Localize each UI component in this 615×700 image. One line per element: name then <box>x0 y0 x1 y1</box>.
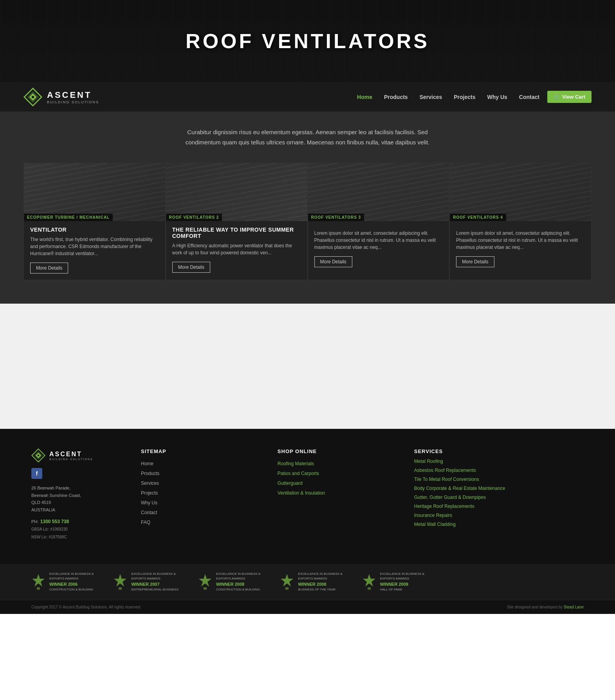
footer-sitemap-contact[interactable]: Contact <box>141 510 157 515</box>
footer-svc-cladding[interactable]: Metal Wall Cladding <box>414 520 584 527</box>
svg-rect-11 <box>119 587 122 590</box>
nav-link-home[interactable]: Home <box>357 94 372 100</box>
footer-shop-gutterguard[interactable]: Gutterguard <box>278 479 391 486</box>
designed-by-text: Site designed and developed by Stead Lan… <box>507 605 584 609</box>
content-section: Curabitur dignissim risus eu elementum e… <box>0 112 615 304</box>
footer-logo-col: ASCENT BUILDING SOLUTIONS f 26 Beerwah P… <box>31 448 117 540</box>
card-tag-2: ROOF VENTILATORS 2 <box>166 214 222 221</box>
award-item-3: EXCELLENCE IN BUSINESS & EXPORTS AWARDS … <box>198 572 260 592</box>
footer-services-title: SERVICES <box>414 448 584 454</box>
footer-svc-link-insurance[interactable]: Insurance Repairs <box>414 513 452 518</box>
footer-shop-link-roofing[interactable]: Roofing Materials <box>278 461 314 466</box>
footer-link-whyus[interactable]: Why Us <box>141 499 254 506</box>
footer-svc-link-tile[interactable]: Tile To Metal Roof Conversions <box>414 477 479 482</box>
award-icon-4 <box>280 573 294 590</box>
footer-svc-link-body[interactable]: Body Corporate & Real Estate Maintenance <box>414 486 505 491</box>
cart-label: View Cart <box>562 94 585 100</box>
footer-link-faq[interactable]: FAQ <box>141 518 254 525</box>
footer-services-col: SERVICES Metal Roofing Asbestos Roof Rep… <box>414 448 584 540</box>
logo-icon <box>23 88 42 106</box>
footer-link-contact[interactable]: Contact <box>141 509 254 516</box>
card-image-decoration-4 <box>450 163 591 221</box>
card-body-4: Lorem ipsum dolor sit amet, consectetur … <box>450 221 591 274</box>
logo-area: ASCENT BUILDING SOLUTIONS <box>23 88 99 106</box>
footer-sitemap-services[interactable]: Services <box>141 480 159 486</box>
footer-shop-title: SHOP ONLINE <box>278 448 391 454</box>
footer-sitemap-faq[interactable]: FAQ <box>141 520 150 525</box>
bottom-bar: Copyright 2017 © Ascent Building Solutio… <box>0 600 615 614</box>
award-text-1: EXCELLENCE IN BUSINESS & EXPORTS AWARDS … <box>49 572 94 592</box>
footer-svc-link-heritage[interactable]: Heritage Roof Replacements <box>414 504 474 509</box>
footer: ASCENT BUILDING SOLUTIONS f 26 Beerwah P… <box>0 429 615 564</box>
footer-svc-heritage[interactable]: Heritage Roof Replacements <box>414 502 584 509</box>
nav-link-products[interactable]: Products <box>384 94 408 100</box>
svg-rect-13 <box>204 587 207 590</box>
footer-svc-link-cladding[interactable]: Metal Wall Cladding <box>414 522 456 527</box>
cart-icon: 🛒 <box>554 94 560 100</box>
more-details-button-1[interactable]: More Details <box>30 263 68 274</box>
nav-item-whyus[interactable]: Why Us <box>487 94 507 101</box>
nav-link-projects[interactable]: Projects <box>454 94 475 100</box>
hero-title: ROOF VENTILATORS <box>186 29 429 53</box>
footer-svc-tile[interactable]: Tile To Metal Roof Conversions <box>414 475 584 482</box>
footer-svc-link-metal[interactable]: Metal Roofing <box>414 459 443 464</box>
footer-link-products[interactable]: Products <box>141 470 254 477</box>
footer-link-home[interactable]: Home <box>141 460 254 467</box>
award-trophy-2 <box>113 573 127 590</box>
product-card-3: ROOF VENTILATORS 3 Lorem ipsum dolor sit… <box>308 163 450 280</box>
nav-item-services[interactable]: Services <box>420 94 442 101</box>
footer-address: 26 Beerwah Parade,Beerwah Sunshine Coast… <box>31 484 117 514</box>
nav-link-contact[interactable]: Contact <box>519 94 539 100</box>
svg-marker-12 <box>199 574 211 587</box>
view-cart-button[interactable]: 🛒 View Cart <box>547 91 592 103</box>
footer-sitemap-whyus[interactable]: Why Us <box>141 500 157 506</box>
footer-shop-link-patios[interactable]: Patios and Carports <box>278 471 319 476</box>
award-icon-2 <box>113 573 127 590</box>
logo-name: ASCENT <box>47 90 99 100</box>
more-details-button-3[interactable]: More Details <box>314 256 352 267</box>
logo-subtitle: BUILDING SOLUTIONS <box>47 100 99 104</box>
footer-phone-row: PH: 1300 553 738 <box>31 518 117 525</box>
footer-svc-asbestos[interactable]: Asbestos Roof Replacements <box>414 466 584 473</box>
nav-item-projects[interactable]: Projects <box>454 94 475 101</box>
footer-svc-link-asbestos[interactable]: Asbestos Roof Replacements <box>414 468 476 473</box>
footer-phone-label: PH: <box>31 519 38 524</box>
nav-link-services[interactable]: Services <box>420 94 442 100</box>
footer-shop-patios[interactable]: Patios and Carports <box>278 470 391 477</box>
footer-svc-insurance[interactable]: Insurance Repairs <box>414 511 584 518</box>
card-text-4: Lorem ipsum dolor sit amet, consectetur … <box>456 230 585 251</box>
footer-shop-link-ventilation[interactable]: Ventilation & Insulation <box>278 490 325 496</box>
footer-svc-body[interactable]: Body Corporate & Real Estate Maintenance <box>414 484 584 491</box>
footer-shop-ventilation[interactable]: Ventilation & Insulation <box>278 489 391 496</box>
footer-svc-link-gutter[interactable]: Gutter, Gutter Guard & Downpipes <box>414 495 486 500</box>
facebook-icon[interactable]: f <box>31 468 42 479</box>
designed-by-link[interactable]: Stead Lane <box>564 605 584 609</box>
award-icon-5 <box>362 573 376 590</box>
nav-item-products[interactable]: Products <box>384 94 408 101</box>
footer-svc-gutter[interactable]: Gutter, Gutter Guard & Downpipes <box>414 493 584 500</box>
nav-item-contact[interactable]: Contact <box>519 94 539 101</box>
cards-row: ECOPOWER TURBINE / MECHANICAL VENTILATOR… <box>23 163 592 280</box>
award-text-4: EXCELLENCE IN BUSINESS & EXPORTS AWARDS … <box>298 572 342 592</box>
nav-link-whyus[interactable]: Why Us <box>487 94 507 100</box>
footer-link-projects[interactable]: Projects <box>141 489 254 496</box>
nav-item-home[interactable]: Home <box>357 94 372 101</box>
footer-services-links: Metal Roofing Asbestos Roof Replacements… <box>414 457 584 527</box>
footer-sitemap-projects[interactable]: Projects <box>141 490 158 496</box>
hero-section: ROOF VENTILATORS <box>0 0 615 82</box>
card-image-decoration-3 <box>308 163 449 221</box>
footer-sitemap-products[interactable]: Products <box>141 471 159 476</box>
more-details-button-2[interactable]: More Details <box>172 262 210 273</box>
footer-shop-roofing[interactable]: Roofing Materials <box>278 460 391 467</box>
product-card-1: ECOPOWER TURBINE / MECHANICAL VENTILATOR… <box>23 163 166 280</box>
footer-sitemap-home[interactable]: Home <box>141 461 153 466</box>
card-text-3: Lorem ipsum dolor sit amet, consectetur … <box>314 230 443 251</box>
footer-link-services[interactable]: Services <box>141 479 254 486</box>
more-details-button-4[interactable]: More Details <box>456 256 494 267</box>
logo-text-block: ASCENT BUILDING SOLUTIONS <box>47 90 99 104</box>
footer-shop-link-gutterguard[interactable]: Gutterguard <box>278 480 303 486</box>
navbar: ASCENT BUILDING SOLUTIONS Home Products … <box>0 82 615 112</box>
card-text-2: A High Efficiency automatic power ventil… <box>172 242 301 256</box>
card-body-3: Lorem ipsum dolor sit amet, consectetur … <box>308 221 449 274</box>
footer-svc-metal[interactable]: Metal Roofing <box>414 457 584 464</box>
